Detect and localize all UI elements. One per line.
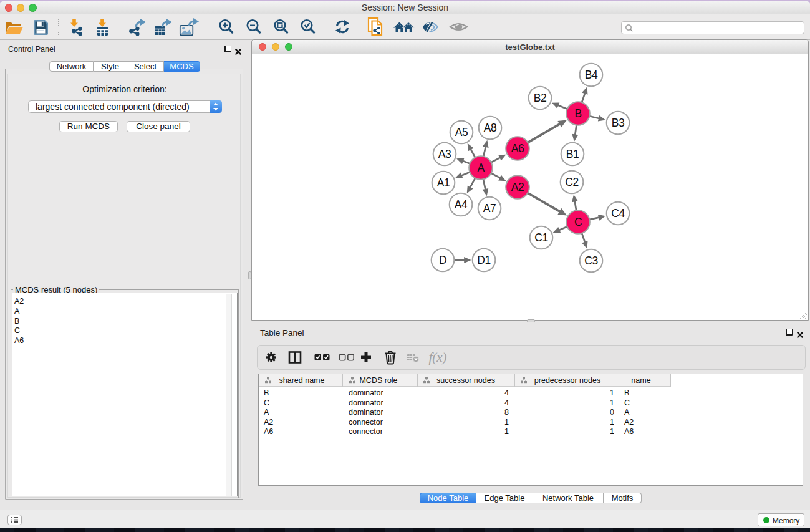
svg-text:C1: C1 [534, 231, 547, 244]
svg-text:D1: D1 [477, 254, 490, 266]
svg-text:B1: B1 [566, 148, 579, 160]
svg-text:A2: A2 [511, 181, 524, 193]
svg-text:A7: A7 [483, 202, 496, 215]
svg-text:D: D [439, 254, 446, 266]
svg-text:B4: B4 [585, 69, 598, 81]
svg-text:C4: C4 [611, 207, 625, 220]
svg-text:C3: C3 [584, 254, 597, 267]
svg-text:A4: A4 [455, 198, 468, 211]
svg-text:C2: C2 [565, 176, 578, 188]
svg-text:B2: B2 [534, 92, 546, 104]
svg-text:A5: A5 [455, 126, 468, 138]
svg-text:A3: A3 [438, 148, 451, 160]
svg-text:f(x): f(x) [428, 350, 446, 365]
svg-text:A8: A8 [484, 122, 496, 134]
svg-text:C: C [574, 216, 582, 228]
svg-text:B: B [574, 107, 581, 120]
svg-text:A6: A6 [511, 142, 524, 155]
svg-text:A1: A1 [437, 177, 450, 189]
svg-text:A: A [477, 162, 485, 174]
svg-text:B3: B3 [612, 117, 624, 129]
